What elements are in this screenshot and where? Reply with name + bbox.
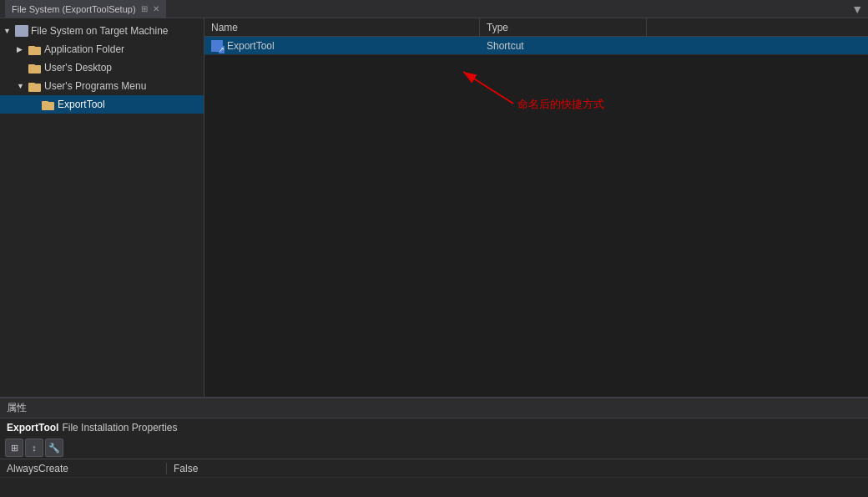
- tree-item-exporttool[interactable]: ExportTool: [0, 95, 204, 114]
- expand-arrow-app: ▶: [17, 45, 28, 53]
- properties-title-desc: File Installation Properties: [62, 422, 177, 434]
- tree-label-users-desktop: User's Desktop: [44, 62, 112, 74]
- tree-label-application-folder: Application Folder: [44, 43, 124, 55]
- folder-icon-programs: [28, 80, 42, 92]
- tree-label-exporttool: ExportTool: [58, 99, 105, 110]
- detail-panel-wrapper: Name Type ExportTool Shortcut: [204, 18, 868, 397]
- row-type-label: Shortcut: [487, 40, 524, 52]
- cell-name: ExportTool: [204, 37, 480, 54]
- close-icon[interactable]: ✕: [153, 4, 159, 13]
- prop-tool-wrench[interactable]: 🔧: [45, 439, 63, 457]
- shortcut-icon: [211, 40, 223, 52]
- tab-label: File System (ExportToolSetup): [12, 4, 136, 14]
- folder-icon-exporttool: [42, 99, 55, 110]
- detail-header: Name Type: [204, 18, 868, 37]
- folder-icon-app: [28, 43, 42, 55]
- content-area: ▼ File System on Target Machine ▶ Applic…: [0, 18, 868, 397]
- pin-icon: ⊞: [141, 4, 148, 13]
- tree-item-users-programs-menu[interactable]: ▼ User's Programs Menu: [0, 77, 204, 95]
- computer-icon: [15, 25, 28, 37]
- title-bar: File System (ExportToolSetup) ⊞ ✕ ▼: [0, 0, 868, 18]
- prop-tool-sort[interactable]: ↕: [25, 439, 43, 457]
- properties-title-name: ExportTool: [7, 422, 58, 434]
- tab[interactable]: File System (ExportToolSetup) ⊞ ✕: [5, 0, 166, 18]
- tree-label-users-programs-menu: User's Programs Menu: [44, 80, 146, 92]
- menu-arrow[interactable]: ▼: [851, 3, 863, 16]
- tree-item-application-folder[interactable]: ▶ Application Folder: [0, 40, 204, 58]
- col-header-type: Type: [480, 18, 647, 36]
- properties-title-row: ExportTool File Installation Properties: [0, 418, 868, 437]
- prop-key-always-create: AlwaysCreate: [0, 463, 167, 474]
- tree-root-label: File System on Target Machine: [31, 25, 169, 37]
- prop-tool-grid[interactable]: ⊞: [5, 439, 23, 457]
- expand-arrow-programs: ▼: [17, 82, 28, 90]
- properties-toolbar: ⊞ ↕ 🔧: [0, 437, 868, 459]
- detail-panel: Name Type ExportTool Shortcut: [204, 18, 868, 397]
- cell-type: Shortcut: [480, 37, 647, 54]
- prop-value-always-create: False: [167, 463, 204, 474]
- col-header-name: Name: [204, 18, 480, 36]
- detail-row[interactable]: ExportTool Shortcut: [204, 37, 868, 55]
- properties-header-label: 属性: [7, 402, 27, 413]
- prop-row-always-create[interactable]: AlwaysCreate False: [0, 459, 868, 478]
- properties-panel: 属性 ExportTool File Installation Properti…: [0, 397, 868, 497]
- tree-panel: ▼ File System on Target Machine ▶ Applic…: [0, 18, 204, 397]
- tree-item-users-desktop[interactable]: User's Desktop: [0, 58, 204, 77]
- row-name-label: ExportTool: [227, 40, 275, 52]
- main-panel: ▼ File System on Target Machine ▶ Applic…: [0, 18, 868, 497]
- expand-arrow-root: ▼: [3, 27, 15, 35]
- folder-icon-desktop: [28, 62, 42, 74]
- tree-item-root[interactable]: ▼ File System on Target Machine: [0, 22, 204, 40]
- properties-header: 属性: [0, 398, 868, 418]
